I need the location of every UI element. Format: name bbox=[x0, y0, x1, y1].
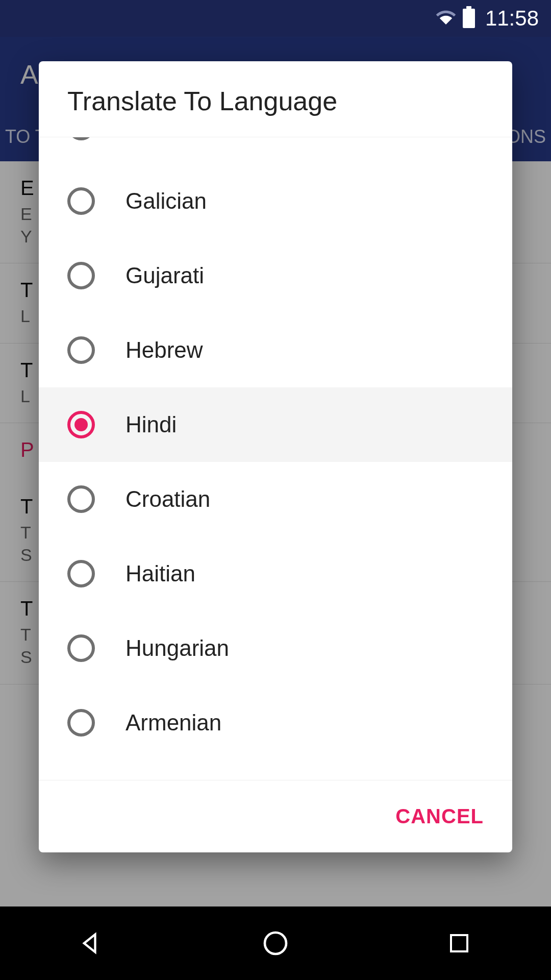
status-bar: 11:58 bbox=[0, 0, 551, 37]
language-label: Gujarati bbox=[126, 263, 204, 288]
language-label: Hebrew bbox=[126, 337, 203, 363]
radio-icon bbox=[67, 560, 95, 587]
language-option-galician[interactable]: Galician bbox=[39, 164, 512, 238]
language-option-indonesian[interactable]: Indonesian bbox=[39, 760, 512, 780]
radio-icon bbox=[67, 137, 95, 140]
language-option-hebrew[interactable]: Hebrew bbox=[39, 313, 512, 387]
language-option-croatian[interactable]: Croatian bbox=[39, 462, 512, 536]
language-label: Haitian bbox=[126, 561, 195, 586]
language-label: Hindi bbox=[126, 412, 177, 437]
dialog-options-list[interactable]: Scottish Gaelic Galician Gujarati Hebrew… bbox=[39, 137, 512, 780]
language-label: Galician bbox=[126, 188, 207, 214]
radio-icon bbox=[67, 336, 95, 364]
navigation-bar bbox=[0, 906, 551, 980]
language-label: Armenian bbox=[126, 710, 221, 736]
language-option-gujarati[interactable]: Gujarati bbox=[39, 238, 512, 313]
svg-point-0 bbox=[265, 933, 286, 954]
translate-language-dialog: Translate To Language Scottish Gaelic Ga… bbox=[39, 61, 512, 852]
battery-icon bbox=[463, 9, 475, 28]
radio-icon bbox=[67, 485, 95, 513]
back-button[interactable] bbox=[73, 925, 110, 962]
recent-apps-button[interactable] bbox=[441, 925, 478, 962]
dialog-footer: CANCEL bbox=[39, 780, 512, 852]
radio-icon bbox=[67, 187, 95, 215]
radio-icon bbox=[67, 634, 95, 662]
home-button[interactable] bbox=[257, 925, 294, 962]
language-label: Hungarian bbox=[126, 635, 229, 661]
dialog-title: Translate To Language bbox=[39, 61, 512, 137]
svg-rect-1 bbox=[451, 935, 467, 951]
language-option-scottish-gaelic[interactable]: Scottish Gaelic bbox=[39, 137, 512, 164]
radio-icon bbox=[67, 709, 95, 737]
radio-icon bbox=[67, 411, 95, 438]
language-label: Croatian bbox=[126, 486, 210, 512]
language-option-hindi[interactable]: Hindi bbox=[39, 387, 512, 462]
wifi-icon bbox=[435, 7, 457, 30]
language-option-haitian[interactable]: Haitian bbox=[39, 536, 512, 611]
language-label: Scottish Gaelic bbox=[126, 137, 275, 139]
cancel-button[interactable]: CANCEL bbox=[395, 805, 484, 828]
radio-icon bbox=[67, 262, 95, 289]
language-option-armenian[interactable]: Armenian bbox=[39, 685, 512, 760]
language-option-hungarian[interactable]: Hungarian bbox=[39, 611, 512, 685]
status-time: 11:58 bbox=[485, 6, 539, 31]
